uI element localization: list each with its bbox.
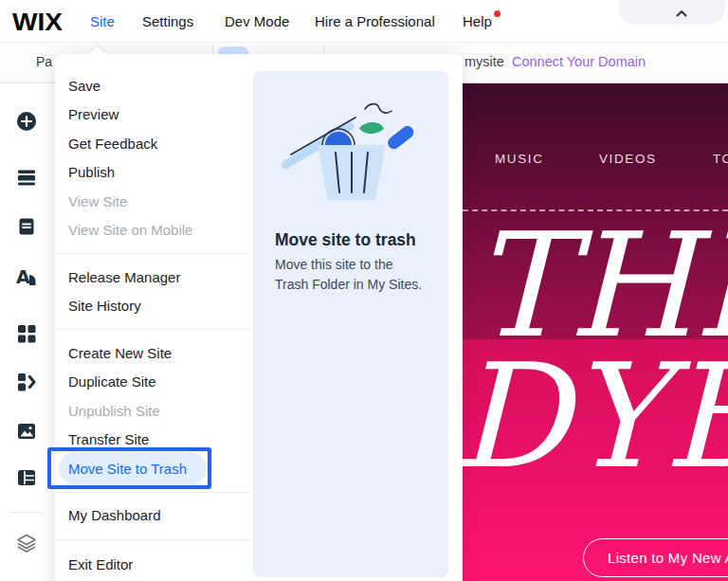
site-menu-dropdown: Save Preview Get Feedback Publish View S… (55, 54, 463, 581)
content-manager-icon[interactable] (16, 467, 37, 488)
left-toolbar: A (0, 83, 55, 581)
wix-logo[interactable]: WIX (12, 8, 63, 37)
site-preview-canvas[interactable]: MUSIC VIDEOS TO THE DYBI Listen to My Ne… (463, 83, 728, 581)
connect-your-domain-link[interactable]: Connect Your Domain (512, 54, 646, 69)
menu-item-save[interactable]: Save (55, 71, 249, 100)
preview-nav-tour[interactable]: TO (713, 152, 728, 166)
widgets-icon[interactable] (16, 372, 37, 392)
media-icon[interactable] (16, 421, 37, 442)
svg-text:A: A (16, 266, 30, 287)
menu-divider (55, 253, 249, 254)
menu-item-view-site-on-mobile: View Site on Mobile (55, 216, 249, 245)
site-name-label: mysite (464, 54, 504, 69)
menu-item-transfer-site[interactable]: Transfer Site (55, 426, 249, 455)
hero-title-line2: DYBI (463, 345, 728, 489)
menu-divider (55, 539, 249, 540)
menu-item-get-feedback[interactable]: Get Feedback (55, 129, 249, 158)
sections-icon[interactable] (16, 167, 37, 188)
menu-item-move-site-to-trash[interactable]: Move Site to Trash (55, 454, 249, 483)
wix-editor-window: MUSIC VIDEOS TO THE DYBI Listen to My Ne… (0, 0, 728, 581)
listen-album-button[interactable]: Listen to My New A (583, 538, 728, 577)
preview-nav-music[interactable]: MUSIC (495, 152, 544, 166)
menu-item-preview[interactable]: Preview (55, 100, 249, 130)
info-panel-title: Move site to trash (275, 230, 416, 250)
menu-help[interactable]: Help (463, 13, 492, 29)
menu-site[interactable]: Site (90, 13, 115, 29)
pages-icon[interactable] (16, 216, 37, 237)
menu-help-label: Help (463, 13, 492, 29)
menu-dev-mode[interactable]: Dev Mode (225, 13, 289, 29)
menu-item-duplicate-site[interactable]: Duplicate Site (55, 368, 249, 397)
add-icon[interactable] (16, 111, 37, 132)
menu-item-exit-editor[interactable]: Exit Editor (55, 550, 249, 579)
menu-settings[interactable]: Settings (142, 13, 193, 29)
layers-icon[interactable] (16, 533, 37, 554)
menu-item-publish[interactable]: Publish (55, 158, 249, 188)
info-panel: Move site to trash Move this site to the… (253, 71, 448, 577)
menu-item-view-site: View Site (55, 187, 249, 216)
menu-item-unpublish-site: Unpublish Site (55, 396, 249, 426)
trash-illustration (280, 92, 422, 206)
rail-divider (10, 512, 43, 513)
toolbar-collapse-button[interactable] (619, 0, 725, 25)
menu-hire-a-professional[interactable]: Hire a Professional (315, 13, 435, 29)
text-icon[interactable]: A (16, 266, 37, 287)
menu-divider (55, 492, 249, 493)
menu-item-create-new-site[interactable]: Create New Site (55, 338, 249, 368)
notification-dot (494, 10, 500, 17)
menu-item-release-manager[interactable]: Release Manager (55, 263, 249, 292)
apps-icon[interactable] (16, 323, 37, 344)
chevron-up-icon (676, 9, 687, 17)
preview-nav-videos[interactable]: VIDEOS (599, 152, 657, 166)
menu-divider (55, 329, 249, 330)
info-panel-description: Move this site to the Trash Folder in My… (275, 255, 428, 295)
pages-dropdown-label[interactable]: Pa (36, 54, 52, 69)
menu-item-site-history[interactable]: Site History (55, 292, 249, 321)
menu-item-my-dashboard[interactable]: My Dashboard (55, 501, 249, 531)
site-menu-list: Save Preview Get Feedback Publish View S… (55, 54, 249, 579)
